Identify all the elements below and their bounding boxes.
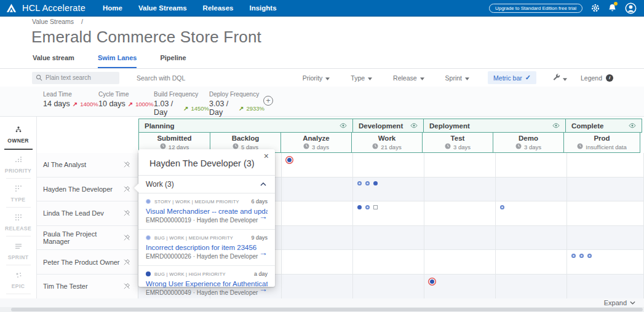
cell-paula-demo[interactable] <box>496 226 567 251</box>
settings-icon[interactable] <box>591 4 600 12</box>
search-with-dql-link[interactable]: Search with DQL <box>137 74 185 82</box>
lane-label[interactable]: Paula The Project Manager <box>37 226 138 251</box>
work-item-dot-ring[interactable] <box>587 254 592 258</box>
nav-item-value-streams[interactable]: Value Streams <box>138 4 187 12</box>
cell-hayden-demo[interactable] <box>496 177 567 202</box>
search-box[interactable] <box>32 72 119 84</box>
cell-linda-prod[interactable] <box>567 201 644 226</box>
nav-item-insights[interactable]: Insights <box>249 4 276 12</box>
cell-tim-prod[interactable] <box>567 275 644 299</box>
cell-tim-work[interactable] <box>353 275 424 299</box>
cell-al-work[interactable] <box>353 153 424 177</box>
tab-value-stream[interactable]: Value stream <box>33 54 74 68</box>
cell-linda-analyze[interactable] <box>282 201 353 226</box>
eye-icon[interactable] <box>552 123 560 128</box>
pin-off-icon[interactable] <box>123 283 130 290</box>
nav-item-home[interactable]: Home <box>103 4 122 12</box>
sidebar-item-priority[interactable]: PRIORITY <box>0 151 36 177</box>
add-metric-button[interactable]: + <box>263 96 273 106</box>
chevron-up-icon[interactable] <box>260 182 266 186</box>
work-item-dot-ring[interactable] <box>357 181 362 185</box>
card-title-link[interactable]: Wrong User Experience for Authenticati..… <box>146 280 268 287</box>
open-item-arrow-icon[interactable]: → <box>259 284 268 293</box>
lane-label[interactable]: Peter The Product Owner <box>37 250 138 275</box>
pin-off-icon[interactable] <box>123 209 130 217</box>
cell-paula-prod[interactable] <box>567 226 644 251</box>
filter-dropdown-type[interactable]: Type <box>351 74 372 82</box>
cell-hayden-work[interactable] <box>353 177 424 202</box>
cell-peter-test[interactable] <box>424 250 496 275</box>
pin-off-icon[interactable] <box>123 161 130 168</box>
tab-swim-lanes[interactable]: Swim Lanes <box>98 54 137 68</box>
cell-tim-test[interactable] <box>424 275 496 299</box>
cell-hayden-prod[interactable] <box>567 177 644 202</box>
sidebar-item-owner[interactable]: OWNER <box>0 121 36 147</box>
cell-tim-demo[interactable] <box>496 275 567 299</box>
cell-paula-test[interactable] <box>424 226 496 251</box>
sidebar-item-sprint[interactable]: SPRINT <box>0 238 36 263</box>
nav-item-releases[interactable]: Releases <box>203 4 234 12</box>
work-item-dot-ring[interactable] <box>365 181 370 185</box>
cell-al-demo[interactable] <box>496 153 567 177</box>
cell-linda-test[interactable] <box>424 201 496 226</box>
cell-peter-work[interactable] <box>353 250 424 275</box>
eye-icon[interactable] <box>410 123 418 128</box>
metric-bar-toggle[interactable]: Metric bar ✓ <box>488 71 536 84</box>
cell-peter-prod[interactable] <box>567 250 644 275</box>
cell-hayden-test[interactable] <box>424 177 496 202</box>
eye-icon[interactable] <box>629 123 636 128</box>
work-item-dot-solid[interactable] <box>357 205 362 209</box>
cell-hayden-analyze[interactable] <box>282 177 353 202</box>
work-item-dot-solid[interactable] <box>373 181 378 185</box>
popup-section-work[interactable]: Work (3) <box>138 175 275 193</box>
lane-label[interactable]: Hayden The Developer <box>37 177 138 202</box>
cell-peter-analyze[interactable] <box>282 250 353 275</box>
search-input[interactable] <box>46 74 116 81</box>
legend-button[interactable]: Legend i <box>581 74 613 82</box>
cell-linda-demo[interactable] <box>496 201 567 226</box>
horizontal-scrollbar[interactable] <box>0 307 644 312</box>
work-item-dot-selected[interactable] <box>430 279 434 284</box>
cell-paula-work[interactable] <box>353 226 424 251</box>
work-item-dot-ring[interactable] <box>579 254 584 258</box>
cell-tim-analyze[interactable] <box>282 275 353 299</box>
work-item-dot-ring[interactable] <box>571 254 576 258</box>
board-settings-button[interactable] <box>552 72 567 84</box>
open-item-arrow-icon[interactable]: → <box>259 248 268 257</box>
sidebar-item-type[interactable]: TYPE <box>0 180 36 206</box>
tab-pipeline[interactable]: Pipeline <box>160 54 186 68</box>
pin-off-icon[interactable] <box>123 234 130 241</box>
notifications-bell-icon[interactable] <box>608 4 616 12</box>
filter-label: Release <box>393 74 417 82</box>
cell-paula-analyze[interactable] <box>282 226 353 251</box>
pin-off-icon[interactable] <box>123 259 130 266</box>
cell-al-prod[interactable] <box>567 153 644 177</box>
work-item-dot-selected[interactable] <box>287 158 292 162</box>
expand-button[interactable]: Expand <box>604 299 635 306</box>
cell-linda-work[interactable] <box>353 201 424 226</box>
work-item-dot-ring[interactable] <box>500 205 504 209</box>
work-item-dot-ring[interactable] <box>365 205 370 209</box>
cell-al-analyze[interactable] <box>282 153 353 177</box>
eye-icon[interactable] <box>340 123 347 128</box>
cell-al-test[interactable] <box>424 153 496 177</box>
open-item-arrow-icon[interactable]: → <box>259 212 268 220</box>
card-title-link[interactable]: Visual Merchandiser -- create and upda..… <box>146 208 268 215</box>
upgrade-button[interactable]: Upgrade to Standard Edition free trial <box>489 4 582 13</box>
lane-label[interactable]: Tim The Tester <box>37 275 138 299</box>
cell-peter-demo[interactable] <box>496 250 567 275</box>
filter-dropdown-sprint[interactable]: Sprint <box>445 74 469 82</box>
breadcrumb-value-streams[interactable]: Value Streams <box>32 18 74 25</box>
user-avatar-icon[interactable] <box>625 2 637 14</box>
sidebar-item-epic[interactable]: EPIC <box>0 267 36 292</box>
pin-off-icon[interactable] <box>123 185 130 193</box>
work-item-dot-square[interactable] <box>373 205 378 209</box>
close-icon[interactable]: × <box>264 152 269 160</box>
lane-label[interactable]: Linda The Lead Dev <box>37 201 138 226</box>
filter-dropdown-priority[interactable]: Priority <box>303 74 330 82</box>
lane-label[interactable]: Al The Analyst <box>37 153 138 177</box>
scrollbar-thumb[interactable] <box>11 308 643 311</box>
filter-dropdown-release[interactable]: Release <box>393 74 424 82</box>
card-title-link[interactable]: Incorrect description for item 23456 <box>146 244 268 251</box>
sidebar-item-release[interactable]: RELEASE <box>0 209 36 235</box>
